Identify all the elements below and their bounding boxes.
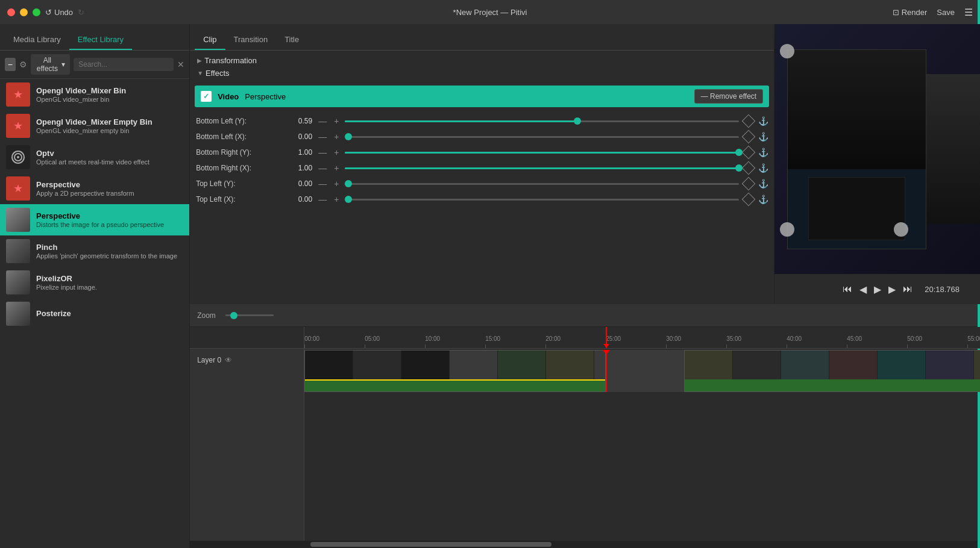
keyframe-diamond[interactable] — [742, 193, 756, 207]
left-panel: Media Library Effect Library − ⚙ All eff… — [0, 24, 190, 548]
keyframe-diamond[interactable] — [742, 161, 756, 175]
anchor-icon[interactable]: ⚓ — [758, 163, 768, 173]
param-slider[interactable] — [345, 120, 739, 122]
skip-forward-button[interactable]: ⏭ — [903, 284, 912, 294]
param-increase-button[interactable]: + — [333, 132, 340, 142]
param-slider[interactable] — [345, 167, 739, 169]
anchor-icon[interactable]: ⚓ — [758, 132, 768, 142]
list-item[interactable]: ★ Perspective Apply a 2D perspective tra… — [0, 173, 189, 204]
list-item[interactable]: Optv Optical art meets real-time video e… — [0, 142, 189, 173]
param-decrease-button[interactable]: — — [317, 148, 328, 157]
ruler-mark: 55:00 — [967, 335, 980, 348]
param-decrease-button[interactable]: — — [317, 163, 328, 173]
effect-category-label: Video — [218, 92, 239, 101]
clip-thumbnails-2 — [685, 350, 980, 379]
clip-block[interactable] — [304, 350, 606, 392]
clip-block-2[interactable] — [684, 350, 980, 392]
ruler-mark: 35:00 — [726, 335, 787, 348]
param-decrease-button[interactable]: — — [317, 116, 328, 126]
param-decrease-button[interactable]: — — [317, 195, 328, 204]
tab-media-library[interactable]: Media Library — [5, 30, 69, 50]
anchor-icon[interactable]: ⚓ — [758, 195, 768, 204]
playhead-ruler — [606, 327, 607, 348]
effect-checkbox[interactable]: ✓ — [201, 91, 212, 102]
effects-filter-dropdown[interactable]: All effects ▾ — [31, 54, 71, 75]
keyframe-diamond[interactable] — [742, 177, 756, 191]
anchor-icon[interactable]: ⚓ — [758, 116, 768, 126]
timeline-toolbar: Zoom — [190, 304, 980, 327]
effect-list: ★ Opengl Video_Mixer Bin OpenGL video_mi… — [0, 79, 189, 548]
slider-thumb[interactable] — [345, 196, 352, 203]
render-button[interactable]: ⊡ Render — [893, 8, 928, 17]
tab-effect-library[interactable]: Effect Library — [69, 30, 132, 50]
params-list: Bottom Left (Y): 0.59 — + ⚓ Bottom Left … — [190, 110, 774, 211]
close-button[interactable] — [7, 8, 15, 16]
param-increase-button[interactable]: + — [333, 195, 340, 204]
zoom-thumb[interactable] — [230, 312, 237, 319]
scrollbar-thumb[interactable] — [310, 542, 551, 547]
redo-button[interactable]: ↻ — [78, 8, 84, 17]
tree-item-transformation[interactable]: ▶ Transformation — [195, 54, 769, 67]
ruler-marks: 00:00 05:00 10:00 15:00 20:00 25:00 30:0… — [304, 335, 980, 348]
step-back-button[interactable]: ◀ — [859, 284, 867, 295]
video-display — [774, 24, 980, 274]
list-item[interactable]: PixelizOR Pixelize input image. — [0, 267, 189, 298]
search-input[interactable] — [74, 58, 174, 71]
slider-thumb[interactable] — [345, 180, 352, 187]
param-decrease-button[interactable]: — — [317, 132, 328, 142]
render-label: Render — [902, 8, 928, 17]
chevron-down-icon: ▾ — [61, 60, 65, 69]
undo-label: Undo — [54, 8, 73, 17]
zoom-slider[interactable] — [223, 314, 283, 316]
tab-transition[interactable]: Transition — [225, 30, 277, 50]
list-item[interactable]: Posterize — [0, 298, 189, 329]
keyframe-diamond[interactable] — [742, 114, 756, 128]
param-slider[interactable] — [345, 183, 739, 185]
corner-handle-tl[interactable] — [780, 44, 794, 58]
list-item[interactable]: Pinch Applies 'pinch' geometric transfor… — [0, 235, 189, 267]
effect-icon: ★ — [6, 83, 30, 107]
corner-handle-bm[interactable] — [894, 222, 908, 237]
layer-visibility-button[interactable]: 👁 — [225, 356, 232, 364]
maximize-button[interactable] — [33, 8, 40, 16]
keyframe-diamond[interactable] — [742, 130, 756, 144]
remove-effect-toolbar-button[interactable]: − — [5, 58, 16, 71]
menu-button[interactable]: ☰ — [964, 7, 973, 18]
corner-handle-bl[interactable] — [780, 222, 794, 237]
param-row-bottom-left-y: Bottom Left (Y): 0.59 — + ⚓ — [196, 113, 768, 129]
param-decrease-button[interactable]: — — [317, 179, 328, 188]
param-slider[interactable] — [345, 152, 739, 154]
param-increase-button[interactable]: + — [333, 116, 340, 126]
keyframe-diamond[interactable] — [742, 146, 756, 160]
param-increase-button[interactable]: + — [333, 163, 340, 173]
tab-title[interactable]: Title — [276, 30, 307, 50]
arrow-down-icon: ▼ — [197, 70, 203, 76]
remove-effect-button[interactable]: — Remove effect — [694, 89, 763, 104]
undo-button[interactable]: ↺ Undo — [45, 8, 73, 17]
anchor-icon[interactable]: ⚓ — [758, 148, 768, 157]
play-button[interactable]: ▶ — [874, 284, 881, 295]
slider-thumb[interactable] — [574, 117, 581, 125]
save-button[interactable]: Save — [937, 8, 955, 17]
skip-back-button[interactable]: ⏮ — [843, 284, 852, 294]
step-forward-button[interactable]: ▶ — [888, 284, 896, 295]
properties-panel: Clip Transition Title ▶ Transformation — [190, 24, 774, 304]
list-item[interactable]: ★ Opengl Video_Mixer Empty Bin OpenGL vi… — [0, 110, 189, 142]
list-item[interactable]: ★ Opengl Video_Mixer Bin OpenGL video_mi… — [0, 79, 189, 110]
tab-clip[interactable]: Clip — [195, 30, 225, 50]
param-increase-button[interactable]: + — [333, 179, 340, 188]
slider-thumb[interactable] — [345, 133, 352, 140]
ruler-row: 00:00 05:00 10:00 15:00 20:00 25:00 30:0… — [190, 327, 980, 349]
horizontal-scrollbar[interactable] — [190, 541, 980, 548]
tree-item-effects[interactable]: ▼ Effects — [195, 67, 769, 79]
ruler: 00:00 05:00 10:00 15:00 20:00 25:00 30:0… — [304, 327, 980, 349]
param-row-bottom-right-x: Bottom Right (X): 1.00 — + ⚓ — [196, 160, 768, 176]
param-slider[interactable] — [345, 136, 739, 138]
anchor-icon[interactable]: ⚓ — [758, 179, 768, 188]
list-item-selected[interactable]: Perspective Distorts the image for a pse… — [0, 204, 189, 235]
playhead-arrow — [603, 344, 609, 348]
param-increase-button[interactable]: + — [333, 148, 340, 157]
clear-search-button[interactable]: ✕ — [177, 60, 184, 69]
minimize-button[interactable] — [20, 8, 28, 16]
param-slider[interactable] — [345, 199, 739, 201]
